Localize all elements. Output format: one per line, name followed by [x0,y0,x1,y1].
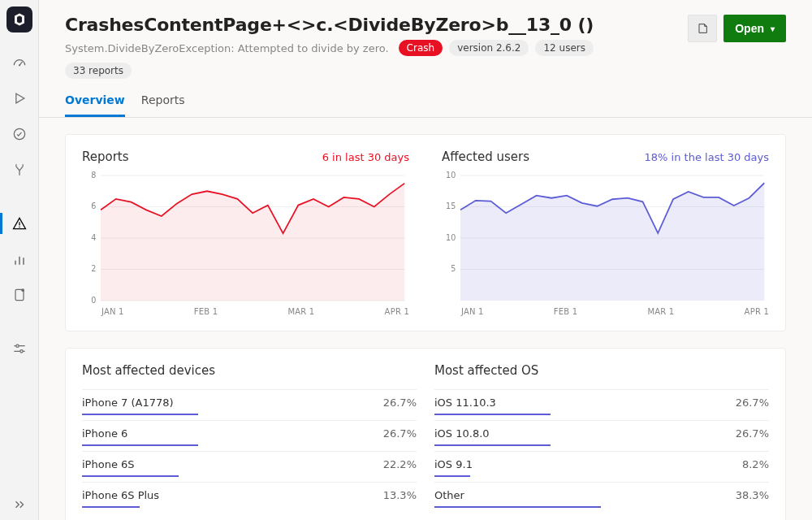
os-row: iOS 11.10.326.7% [434,389,769,410]
os-pct: 38.3% [736,489,769,501]
device-pct: 26.7% [383,427,417,440]
users-chart: 5101510 [442,167,769,306]
device-pct: 22.2% [383,458,417,470]
device-row: iPhone 7 (A1778)26.7% [82,389,417,410]
os-pct: 8.2% [742,458,769,470]
device-pct: 26.7% [383,396,417,409]
xlabel: MAR 1 [287,307,314,316]
reports-xlabels: JAN 1 FEB 1 MAR 1 APR 1 [82,306,409,316]
note-icon [696,22,709,35]
collapse-sidebar[interactable] [0,497,39,512]
svg-text:15: 15 [446,202,456,210]
exception-message: System.DivideByZeroException: Attempted … [65,42,389,54]
svg-text:8: 8 [91,171,96,180]
push-nav[interactable] [0,280,39,310]
svg-text:10: 10 [446,233,456,242]
sidebar-items [0,47,39,364]
content: Reports 6 in last 30 days 02468 JAN 1 [39,118,812,520]
devices-title: Most affected devices [82,363,417,378]
header: CrashesContentPage+<>c.<DivideByZero>b__… [39,0,812,79]
sidebar [0,0,39,520]
device-row: iPhone 6S Plus13.3% [82,482,417,503]
svg-point-4 [19,227,20,228]
device-label: iPhone 6S Plus [82,489,159,501]
svg-point-8 [19,350,22,353]
open-button[interactable]: Open ▾ [723,15,786,42]
check-circle-icon [11,126,28,142]
diagnostics-nav[interactable] [0,208,39,239]
device-bar [82,414,198,415]
crash-title: CrashesContentPage+<>c.<DivideByZero>b__… [65,15,650,35]
tab-reports[interactable]: Reports [141,93,185,117]
reports-stat: 6 in last 30 days [322,151,409,163]
svg-text:0: 0 [91,296,96,305]
reports-pill: 33 reports [65,63,132,79]
reports-panel: Reports 6 in last 30 days 02468 JAN 1 [82,150,409,316]
analytics-nav[interactable] [0,244,39,275]
device-label: iPhone 7 (A1778) [82,396,174,409]
users-title: Affected users [442,150,529,164]
xlabel: FEB 1 [554,307,577,316]
svg-point-6 [21,288,24,292]
build-nav[interactable] [0,83,39,114]
overview-nav[interactable] [0,47,39,78]
svg-line-1 [19,62,22,65]
os-row: iOS 9.18.2% [434,451,769,472]
device-bar [82,444,198,446]
os-row: iOS 10.8.026.7% [434,420,769,441]
reports-chart: 02468 [82,167,409,306]
annotate-button[interactable] [688,15,717,42]
os-pct: 26.7% [736,396,769,409]
users-pill: 12 users [535,40,594,56]
os-label: iOS 11.10.3 [434,396,496,409]
devices-panel: Most affected devices iPhone 7 (A1778)26… [82,363,417,513]
test-nav[interactable] [0,119,39,150]
os-row: Other38.3% [434,482,769,503]
device-dot-icon [11,287,28,303]
tabs: Overview Reports [39,79,812,118]
xlabel: APR 1 [385,307,409,316]
device-label: iPhone 6 [82,427,127,440]
xlabel: MAR 1 [647,307,674,316]
os-title: Most affected OS [434,363,769,378]
os-label: iOS 10.8.0 [434,427,490,440]
svg-point-7 [15,344,18,347]
svg-text:2: 2 [91,264,96,273]
device-bar [82,506,140,508]
users-panel: Affected users 18% in the last 30 days 5… [442,150,769,316]
open-button-label: Open [735,22,764,35]
xlabel: APR 1 [745,307,769,316]
version-pill: version 2.6.2 [449,40,529,56]
reports-title: Reports [82,150,129,164]
users-xlabels: JAN 1 FEB 1 MAR 1 APR 1 [442,306,769,316]
chevrons-right-icon [12,497,27,512]
svg-text:4: 4 [91,233,96,242]
tab-overview[interactable]: Overview [65,93,125,117]
play-icon [11,90,28,106]
users-stat: 18% in the last 30 days [645,151,769,163]
settings-nav[interactable] [0,333,39,364]
distribute-nav[interactable] [0,154,39,185]
app-logo[interactable] [6,6,32,32]
gauge-icon [11,54,28,71]
breakdown-card: Most affected devices iPhone 7 (A1778)26… [65,348,786,520]
crash-pill: Crash [399,40,443,56]
charts-card: Reports 6 in last 30 days 02468 JAN 1 [65,134,786,332]
svg-text:5: 5 [451,264,456,273]
os-bar [434,506,601,508]
sliders-icon [11,340,28,357]
os-label: iOS 9.1 [434,458,473,470]
hex-logo-icon [12,12,27,27]
os-pct: 26.7% [736,427,769,440]
device-row: iPhone 6S22.2% [82,451,417,472]
os-panel: Most affected OS iOS 11.10.326.7%iOS 10.… [434,363,769,513]
svg-text:10: 10 [446,171,456,180]
os-label: Other [434,489,464,501]
device-label: iPhone 6S [82,458,135,470]
os-bar [434,444,551,446]
bars-icon [11,251,28,267]
main: CrashesContentPage+<>c.<DivideByZero>b__… [39,0,812,520]
device-pct: 13.3% [383,489,417,501]
warning-icon [11,215,28,232]
os-bar [434,414,551,415]
